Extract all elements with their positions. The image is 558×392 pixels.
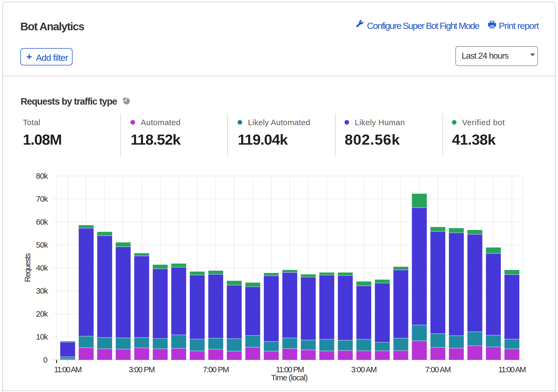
svg-text:10k: 10k: [36, 333, 48, 341]
svg-text:11:00 AM: 11:00 AM: [498, 365, 526, 374]
svg-text:70k: 70k: [36, 195, 48, 203]
svg-text:11:00 PM: 11:00 PM: [276, 365, 304, 374]
svg-text:80k: 80k: [36, 172, 48, 180]
svg-text:60k: 60k: [36, 218, 48, 226]
svg-text:30k: 30k: [36, 287, 48, 295]
svg-text:50k: 50k: [36, 241, 48, 249]
svg-text:40k: 40k: [36, 264, 48, 272]
svg-text:3:00 PM: 3:00 PM: [129, 365, 155, 374]
svg-text:11:00 AM: 11:00 AM: [54, 365, 81, 374]
svg-text:Time (local): Time (local): [271, 373, 307, 382]
svg-text:0: 0: [43, 356, 48, 364]
svg-text:7:00 AM: 7:00 AM: [425, 365, 450, 374]
svg-text:7:00 PM: 7:00 PM: [203, 365, 229, 374]
svg-text:Requests: Requests: [23, 253, 32, 282]
svg-text:3:00 AM: 3:00 AM: [351, 365, 376, 374]
svg-text:20k: 20k: [36, 310, 48, 318]
